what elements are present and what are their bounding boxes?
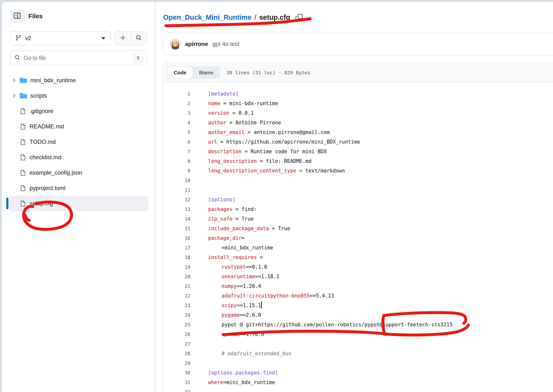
code-line-text: adafruit-circuitpython-bno055==5.4.13 bbox=[222, 291, 334, 301]
code-token: = Runtime code for mini BDX bbox=[242, 149, 327, 154]
go-to-file-placeholder: Go to file bbox=[24, 55, 46, 61]
tab-code[interactable]: Code bbox=[167, 66, 193, 79]
code-line: 26openai==1.70.0 bbox=[164, 329, 553, 339]
code-token: url bbox=[208, 139, 217, 145]
line-number[interactable]: 18 bbox=[164, 252, 190, 262]
code-line: 12[options] bbox=[164, 195, 553, 204]
line-number[interactable]: 8 bbox=[164, 156, 190, 166]
code-line-text: pygame==2.6.0 bbox=[222, 310, 261, 320]
line-number[interactable]: 29 bbox=[164, 358, 190, 368]
code-line: 21numpy==1.26.4 bbox=[164, 281, 553, 291]
code-line: 11 bbox=[164, 185, 553, 195]
line-number[interactable]: 7 bbox=[164, 147, 190, 156]
code-line-text: pypot @ git+https://github.com/pollen-ro… bbox=[222, 320, 453, 329]
line-number[interactable]: 22 bbox=[164, 291, 190, 301]
file-icon bbox=[20, 139, 26, 145]
line-number[interactable]: 17 bbox=[164, 243, 190, 252]
search-tree-button[interactable] bbox=[131, 32, 147, 45]
file-viewer-header: Code Blame 38 lines (31 loc) · 829 Bytes bbox=[164, 63, 553, 82]
code-token: = True bbox=[233, 216, 254, 222]
tree-item-todo-md[interactable]: TODO.md bbox=[9, 134, 148, 150]
line-number[interactable]: 27 bbox=[164, 339, 190, 349]
line-number[interactable]: 26 bbox=[164, 329, 190, 339]
line-number[interactable]: 12 bbox=[164, 195, 190, 204]
chevron-right-icon[interactable] bbox=[11, 93, 17, 98]
go-to-file-input[interactable]: Go to file t bbox=[10, 50, 147, 65]
tree-item-scripts[interactable]: scripts bbox=[9, 88, 148, 103]
line-number[interactable]: 3 bbox=[164, 108, 190, 118]
line-number[interactable]: 28 bbox=[164, 349, 190, 358]
line-number[interactable]: 19 bbox=[164, 262, 190, 272]
code-line: 5author_email = antoine.pirrone@gmail.co… bbox=[164, 127, 553, 137]
line-number[interactable]: 30 bbox=[164, 368, 190, 378]
line-number[interactable]: 15 bbox=[164, 224, 190, 233]
code-view: 1[metadata]2name = mini-bdx-runtime3vers… bbox=[164, 82, 553, 392]
code-token: [options] bbox=[208, 197, 236, 203]
avatar[interactable] bbox=[170, 38, 181, 49]
collapse-sidebar-button[interactable] bbox=[10, 9, 24, 23]
code-line-text: [options.packages.find] bbox=[208, 368, 278, 378]
code-line-text: where=mini_bdx_runtime bbox=[208, 378, 275, 387]
code-token: [options.packages.find] bbox=[208, 370, 278, 376]
line-number[interactable]: 25 bbox=[164, 320, 190, 329]
sidebar-collapse-icon bbox=[13, 12, 21, 21]
code-line: 10 bbox=[164, 175, 553, 185]
line-number[interactable]: 13 bbox=[164, 204, 190, 214]
tree-item-setup-cfg[interactable]: setup.cfg bbox=[9, 196, 148, 211]
tree-item--gitignore[interactable]: .gitignore bbox=[9, 103, 148, 119]
line-number[interactable]: 24 bbox=[164, 310, 190, 320]
file-icon bbox=[20, 123, 26, 130]
code-token: rustypot bbox=[222, 264, 246, 270]
line-number[interactable]: 1 bbox=[164, 89, 190, 98]
line-number[interactable]: 4 bbox=[164, 118, 190, 127]
sidebar-header: Files bbox=[10, 9, 155, 23]
copy-path-icon[interactable] bbox=[296, 14, 303, 21]
line-number[interactable]: 32 bbox=[164, 387, 190, 392]
tree-item-mini-bdx-runtime[interactable]: mini_bdx_runtime bbox=[9, 73, 148, 88]
line-number[interactable]: 14 bbox=[164, 214, 190, 224]
code-line-text: rustypot==0.1.0 bbox=[222, 262, 267, 272]
line-number[interactable]: 11 bbox=[164, 185, 190, 195]
branch-selector[interactable]: v2 bbox=[10, 31, 110, 45]
code-token: = file: README.md bbox=[257, 158, 311, 164]
line-number[interactable]: 16 bbox=[164, 233, 190, 243]
line-number[interactable]: 5 bbox=[164, 127, 190, 137]
code-line: 1[metadata] bbox=[164, 89, 553, 98]
code-line: 19rustypot==0.1.0 bbox=[164, 262, 553, 272]
line-number[interactable]: 21 bbox=[164, 281, 190, 291]
line-number[interactable]: 10 bbox=[164, 175, 190, 185]
code-line-text: description = Runtime code for mini BDX bbox=[208, 147, 327, 156]
code-line: 14zip_safe = True bbox=[164, 214, 553, 224]
commit-message: gpt 4o test bbox=[213, 41, 240, 47]
line-number[interactable]: 31 bbox=[164, 378, 190, 387]
line-number[interactable]: 2 bbox=[164, 98, 190, 108]
tree-item-pyproject-toml[interactable]: pyproject.toml bbox=[9, 180, 148, 196]
code-line: 4author = Antoine Pirrone bbox=[164, 118, 553, 127]
text-cursor bbox=[261, 301, 262, 308]
breadcrumb-repo-link[interactable]: Open_Duck_Mini_Runtime bbox=[163, 14, 251, 21]
file-icon bbox=[20, 169, 26, 176]
new-file-button[interactable] bbox=[115, 32, 131, 45]
line-number[interactable]: 23 bbox=[164, 301, 190, 310]
tree-item-label: setup.cfg bbox=[30, 200, 53, 207]
tree-item-label: example_config.json bbox=[30, 169, 82, 176]
tree-item-readme-md[interactable]: README.md bbox=[9, 119, 148, 134]
tree-item-label: scripts bbox=[30, 92, 47, 99]
code-line: 31where=mini_bdx_runtime bbox=[164, 378, 553, 387]
code-token: # adafruit_extended_bus bbox=[222, 351, 292, 357]
commit-author[interactable]: apirrone bbox=[185, 41, 208, 47]
line-number[interactable]: 20 bbox=[164, 272, 190, 281]
tree-item-checklist-md[interactable]: checklist.md bbox=[9, 150, 148, 165]
line-number[interactable]: 6 bbox=[164, 137, 190, 147]
chevron-right-icon[interactable] bbox=[11, 78, 17, 83]
breadcrumb: Open_Duck_Mini_Runtime / setup.cfg bbox=[163, 14, 303, 21]
tab-blame[interactable]: Blame bbox=[193, 66, 220, 79]
code-token: ==1.15.1 bbox=[237, 302, 261, 308]
tree-item-example-config-json[interactable]: example_config.json bbox=[9, 165, 148, 180]
code-token: package_dir bbox=[208, 235, 242, 241]
code-token: [metadata] bbox=[208, 91, 239, 97]
code-line: 22adafruit-circuitpython-bno055==5.4.13 bbox=[164, 291, 553, 301]
line-number[interactable]: 9 bbox=[164, 166, 190, 175]
code-token: = mini-bdx-runtime bbox=[220, 100, 278, 106]
folder-icon bbox=[20, 77, 27, 84]
